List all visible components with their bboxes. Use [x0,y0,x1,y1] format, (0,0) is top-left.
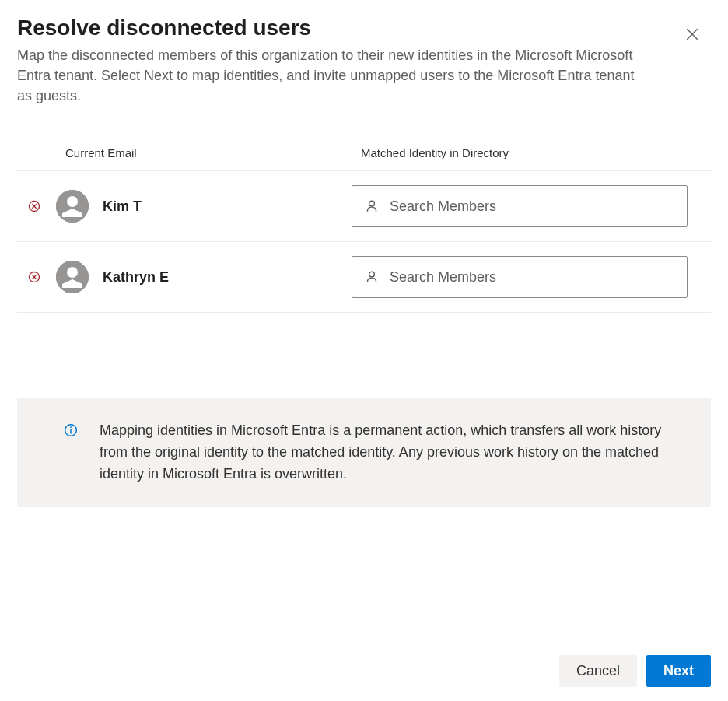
dialog-title: Resolve disconnected users [17,16,711,40]
users-scroll-area[interactable]: Current Email Matched Identity in Direct… [17,137,711,363]
info-banner: Mapping identities in Microsoft Entra is… [17,398,711,507]
column-header-email: Current Email [65,146,361,159]
avatar [56,190,89,223]
avatar [56,261,89,293]
search-members-field[interactable] [352,185,688,227]
resolve-disconnected-users-dialog: Resolve disconnected users Map the disco… [0,0,728,701]
users-table: Current Email Matched Identity in Direct… [17,137,711,363]
close-button[interactable] [681,23,703,45]
person-icon [56,261,89,293]
user-name: Kim T [103,198,352,215]
column-header-identity: Matched Identity in Directory [361,146,711,159]
cancel-button[interactable]: Cancel [559,655,637,687]
person-search-icon [365,270,379,284]
info-text: Mapping identities in Microsoft Entra is… [100,420,689,485]
svg-point-12 [67,267,78,278]
close-icon [685,27,699,41]
remove-icon [28,271,40,283]
svg-point-13 [369,272,375,278]
dialog-header: Resolve disconnected users Map the disco… [0,16,728,137]
search-members-input[interactable] [390,269,674,286]
table-row: Kim T [17,171,711,242]
svg-point-6 [67,196,78,207]
user-name: Kathryn E [103,269,352,286]
person-search-icon [365,199,379,213]
remove-user-button[interactable] [26,200,42,212]
dialog-footer: Cancel Next [559,655,711,687]
table-header-row: Current Email Matched Identity in Direct… [17,137,711,171]
info-icon [64,423,78,437]
search-members-input[interactable] [390,198,674,215]
remove-icon [28,200,40,212]
search-members-field[interactable] [352,256,688,298]
next-button[interactable]: Next [646,655,711,687]
person-icon [56,190,89,223]
svg-point-7 [369,202,375,207]
dialog-subtitle: Map the disconnected members of this org… [17,45,639,106]
remove-user-button[interactable] [26,271,42,283]
table-row: Kathryn E [17,242,711,313]
svg-point-16 [70,427,72,429]
